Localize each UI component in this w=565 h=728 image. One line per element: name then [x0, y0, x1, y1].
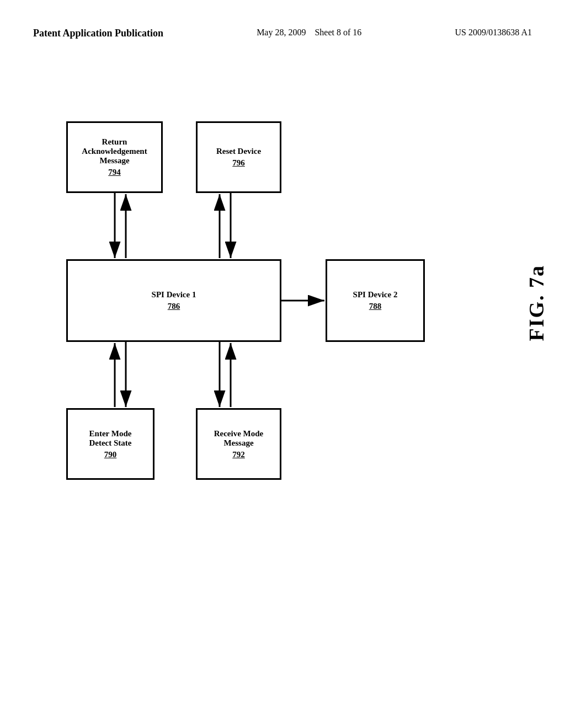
return-ack-ref: 794 [108, 168, 121, 177]
spi-device2-box: SPI Device 2 788 [326, 259, 425, 342]
reset-device-ref: 796 [232, 158, 245, 168]
receive-mode-label: Receive ModeMessage [214, 429, 264, 448]
receive-mode-ref: 792 [232, 450, 245, 459]
spi-device2-label: SPI Device 2 [353, 290, 398, 299]
publication-title: Patent Application Publication [33, 28, 163, 39]
figure-label: FIG. 7a [524, 265, 548, 341]
return-ack-label: ReturnAcknowledgementMessage [82, 137, 147, 165]
sheet-info: Sheet 8 of 16 [315, 28, 361, 37]
diagram-container: ReturnAcknowledgementMessage 794 Reset D… [33, 88, 491, 618]
enter-mode-label: Enter ModeDetect State [89, 429, 131, 448]
enter-mode-box: Enter ModeDetect State 790 [66, 408, 154, 480]
spi-device1-box: SPI Device 1 786 [66, 259, 281, 342]
spi-device1-ref: 786 [168, 302, 180, 311]
spi-device2-ref: 788 [369, 302, 382, 311]
reset-device-box: Reset Device 796 [196, 121, 281, 193]
patent-number: US 2009/0138638 A1 [455, 28, 532, 38]
pub-date: May 28, 2009 [257, 28, 306, 37]
header-center: May 28, 2009 Sheet 8 of 16 [257, 28, 361, 38]
spi-device1-label: SPI Device 1 [152, 290, 196, 299]
return-ack-box: ReturnAcknowledgementMessage 794 [66, 121, 163, 193]
receive-mode-box: Receive ModeMessage 792 [196, 408, 281, 480]
enter-mode-ref: 790 [104, 450, 117, 459]
page-header: Patent Application Publication May 28, 2… [0, 28, 565, 39]
reset-device-label: Reset Device [216, 147, 261, 156]
